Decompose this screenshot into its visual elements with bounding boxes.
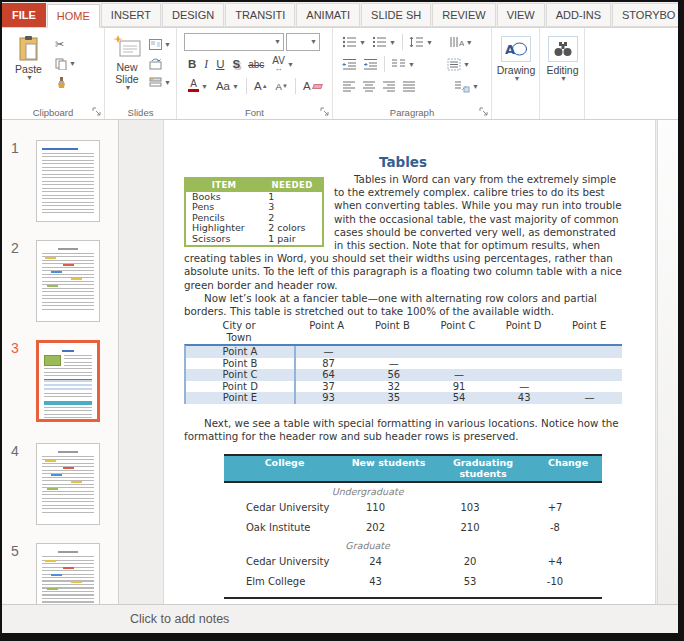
thumbnail-page[interactable] [36,140,100,222]
tab-view[interactable]: VIEW [497,3,545,27]
new-slide-icon [113,35,141,61]
increase-indent-button[interactable] [360,55,381,74]
italic-button[interactable]: I [200,54,212,74]
slide-thumbnail-4[interactable]: 4 [2,443,119,529]
text-direction-button[interactable]: A ▼ [446,33,476,52]
paragraph-dialog-launcher[interactable] [479,107,489,117]
distance-header-cell: City or Town [216,320,262,343]
reset-button[interactable] [146,54,174,73]
clipboard-dialog-launcher[interactable] [92,107,102,117]
drawing-button[interactable]: A Drawing ▼ [495,31,537,103]
college-table: CollegeNew studentsGraduating studentsCh… [224,454,602,604]
distance-cell: Point D [186,381,296,393]
tab-animati[interactable]: ANIMATI [296,3,360,27]
decrease-indent-button[interactable] [339,55,360,74]
clipboard-group: Paste ▼ ✂ ▼ C [2,28,105,119]
college-cell: -8 [534,517,602,537]
thumbnail-page[interactable] [36,443,100,525]
distance-cell [492,346,557,358]
bullets-button[interactable]: ▼ [339,33,369,52]
font-name-combo[interactable]: ▼ [184,33,284,51]
paste-button[interactable]: Paste ▼ [5,31,52,103]
line-spacing-icon [409,36,424,48]
copy-button[interactable]: ▼ [52,54,79,73]
distance-cell [557,358,622,370]
paste-dropdown-arrow: ▼ [26,75,33,81]
tab-add-ins[interactable]: ADD-INS [546,3,611,27]
tab-slide-sh[interactable]: SLIDE SH [361,3,431,27]
change-case-button[interactable]: Aa▼ [212,76,243,96]
college-header-cell: College [224,456,345,481]
svg-text:A: A [459,39,464,48]
distance-cell [426,346,491,358]
slide-thumbnail-1[interactable]: 1 [2,140,119,226]
college-cell: Elm College [224,571,345,591]
strikethrough-button[interactable]: abc [244,54,268,74]
editing-button[interactable]: Editing ▼ [543,31,582,103]
tab-file[interactable]: FILE [2,3,46,27]
tab-transiti[interactable]: TRANSITI [225,3,295,27]
college-cell: 202 [345,517,432,537]
tab-review[interactable]: REVIEW [432,3,495,27]
underline-button[interactable]: U [212,54,228,74]
tab-design[interactable]: DESIGN [162,3,224,27]
ribbon-filler [585,28,678,119]
shrink-font-button[interactable]: A▼ [272,76,292,96]
distance-cell: 91 [426,381,491,393]
notes-pane[interactable]: Click to add notes [2,604,678,633]
layout-button[interactable]: ▼ [146,35,174,54]
decrease-indent-icon [342,58,357,70]
cut-button[interactable]: ✂ [52,35,79,54]
paragraph-group: ▼ ▼ ▼ [333,28,492,119]
font-color-button[interactable]: A ▼ [184,76,212,96]
align-right-button[interactable] [379,77,399,96]
grow-font-button[interactable]: A▲ [250,76,272,96]
supply-cell: 1 pair [262,234,322,245]
distance-table-row: Point E93355443— [186,392,622,404]
font-size-combo[interactable]: ▼ [286,33,320,51]
slide-canvas[interactable]: Tables ITEMNEEDEDBooks1Pens3Pencils2High… [163,120,656,604]
vertical-scrollbar[interactable] [657,120,678,604]
layout-icon [149,39,162,50]
college-table-row: Cedar University110103+7 [224,497,602,517]
thumbnail-page[interactable] [36,340,100,422]
justify-button[interactable] [399,77,419,96]
align-center-button[interactable] [359,77,379,96]
paragraph-group-label: Paragraph [333,107,491,118]
character-spacing-button[interactable]: AV↔ ▼ [268,54,298,74]
increase-indent-icon [363,58,378,70]
thumbnail-page[interactable] [36,543,100,604]
columns-button[interactable]: ▼ [388,55,418,74]
bold-button[interactable]: B [184,54,200,74]
tab-storybo[interactable]: STORYBO [612,3,678,27]
text-shadow-button[interactable]: S [228,54,244,74]
slide-thumbnail-2[interactable]: 2 [2,240,119,326]
distance-cell [557,369,622,381]
align-text-button[interactable]: ▼ [444,55,473,74]
distance-table-row: Point A— [186,346,622,358]
numbering-button[interactable]: ▼ [369,33,399,52]
font-dialog-launcher[interactable] [320,107,330,117]
slide-thumbnail-5[interactable]: 5 [2,543,119,604]
distance-cell [557,381,622,393]
tab-home[interactable]: HOME [47,4,100,28]
slide-text-frame[interactable]: Tables ITEMNEEDEDBooks1Pens3Pencils2High… [164,154,655,604]
font-name-dropdown-arrow: ▼ [274,38,281,45]
convert-to-smartart-button[interactable]: ▼ [451,77,482,96]
line-spacing-button[interactable]: ▼ [406,33,436,52]
format-painter-icon [55,77,67,89]
distance-cell: Point A [186,346,296,358]
clear-formatting-button[interactable]: A [299,76,326,96]
new-slide-button[interactable]: New Slide ▼ [108,31,146,103]
align-left-button[interactable] [339,77,359,96]
thumbnail-page[interactable] [36,240,100,322]
separator [384,56,385,72]
tab-insert[interactable]: INSERT [101,3,161,27]
slide-thumbnail-3[interactable]: 3 [2,340,119,426]
format-painter-button[interactable] [52,73,79,92]
section-button[interactable]: ▼ [146,73,174,92]
supply-header-cell: NEEDED [262,179,322,192]
smartart-dropdown-arrow: ▼ [472,83,479,90]
college-header-cell: Graduating students [432,456,534,481]
reset-icon [149,58,162,70]
